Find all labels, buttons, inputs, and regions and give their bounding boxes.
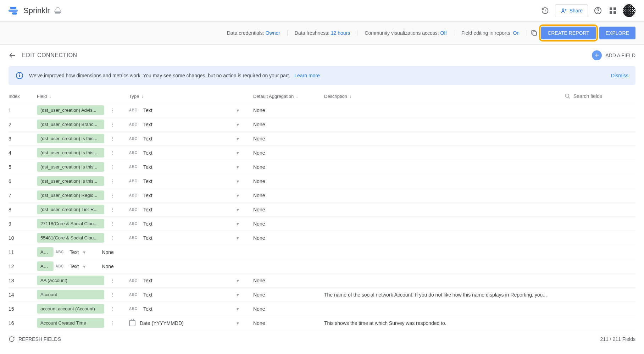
row-aggregation[interactable]: None [253, 207, 324, 212]
row-field[interactable]: (dst_user_creation) Is this...⋮ [37, 162, 129, 172]
row-aggregation[interactable]: None [253, 107, 324, 113]
more-vert-icon[interactable]: ⋮ [47, 249, 52, 255]
user-avatar[interactable] [623, 4, 635, 17]
history-icon[interactable] [540, 6, 550, 16]
col-field[interactable]: Field↓ [37, 94, 129, 99]
dropdown-icon[interactable]: ▾ [237, 107, 239, 113]
dropdown-icon[interactable]: ▾ [237, 320, 239, 326]
table-row[interactable]: 1(dst_user_creation) Advis...⋮ABCText▾No… [9, 103, 635, 117]
field-chip[interactable]: (dst_user_creation) Advis... [37, 105, 104, 115]
community-visualizations[interactable]: Community visualizations access: Off [357, 30, 454, 36]
more-vert-icon[interactable]: ⋮ [110, 150, 115, 156]
more-vert-icon[interactable]: ⋮ [110, 292, 115, 298]
field-chip[interactable]: (dst_user_creation) Is this... [37, 134, 104, 143]
row-aggregation[interactable]: None [253, 235, 324, 241]
row-type[interactable]: ABCText▾ [129, 122, 253, 127]
drive-icon[interactable] [54, 7, 61, 14]
table-row[interactable]: 3(dst_user_creation) Is this...⋮ABCText▾… [9, 132, 635, 146]
table-row[interactable]: 7(dst_user_creation) Regio...⋮ABCText▾No… [9, 188, 635, 203]
col-index[interactable]: Index [9, 94, 37, 99]
table-row[interactable]: 16Account Created Time⋮Date (YYYYMMDD)▾N… [9, 316, 635, 330]
row-field[interactable]: A⋮ABCText▾None [37, 247, 129, 257]
field-chip[interactable]: (dst_user_creation) Tier R... [37, 205, 104, 214]
search-fields[interactable] [565, 93, 635, 99]
row-aggregation[interactable]: None [253, 278, 324, 283]
help-icon[interactable] [593, 6, 603, 16]
row-type[interactable]: Date (YYYYMMDD)▾ [129, 320, 253, 326]
dropdown-icon[interactable]: ▾ [237, 164, 239, 170]
row-type[interactable]: ABCText▾ [56, 249, 100, 255]
row-aggregation[interactable]: None [253, 178, 324, 184]
field-editing[interactable]: Field editing in reports: On [454, 30, 527, 36]
dropdown-icon[interactable]: ▾ [83, 249, 85, 255]
row-aggregation[interactable]: None [253, 320, 324, 326]
row-type[interactable]: ABCText▾ [56, 264, 100, 269]
col-aggregation[interactable]: Default Aggregation↓ [253, 94, 324, 99]
row-field[interactable]: account account (Account)⋮ [37, 304, 129, 314]
table-row[interactable]: 1055481(Core & Social Clou...⋮ABCText▾No… [9, 231, 635, 245]
row-type[interactable]: ABCText▾ [129, 235, 253, 241]
row-type[interactable]: ABCText▾ [129, 207, 253, 212]
row-field[interactable]: A⋮ABCText▾NoneThe name of a Custom Prope… [37, 261, 129, 271]
row-field[interactable]: (dst_user_creation) Is this...⋮ [37, 148, 129, 157]
row-type[interactable]: ABCText▾ [129, 107, 253, 113]
row-field[interactable]: (dst_user_creation) Branc...⋮ [37, 120, 129, 129]
row-field[interactable]: Account Created Time⋮ [37, 318, 129, 328]
row-aggregation[interactable]: None [253, 164, 324, 170]
more-vert-icon[interactable]: ⋮ [110, 107, 115, 113]
field-chip[interactable]: A⋮ [37, 261, 54, 271]
more-vert-icon[interactable]: ⋮ [110, 207, 115, 212]
row-type[interactable]: ABCText▾ [129, 306, 253, 312]
more-vert-icon[interactable]: ⋮ [110, 235, 115, 241]
dropdown-icon[interactable]: ▾ [237, 306, 239, 312]
table-row[interactable]: 12A⋮ABCText▾NoneThe name of a Custom Pro… [9, 259, 635, 273]
dropdown-icon[interactable]: ▾ [237, 150, 239, 156]
field-chip[interactable]: Account [37, 290, 104, 299]
row-field[interactable]: (dst_user_creation) Is this...⋮ [37, 134, 129, 143]
data-freshness[interactable]: Data freshness: 12 hours [288, 30, 357, 36]
dropdown-icon[interactable]: ▾ [237, 136, 239, 142]
row-field[interactable]: Account⋮ [37, 290, 129, 299]
table-row[interactable]: 4(dst_user_creation) Is this...⋮ABCText▾… [9, 146, 635, 160]
back-arrow-icon[interactable] [9, 51, 16, 59]
table-row[interactable]: 14Account⋮ABCText▾NoneThe name of the so… [9, 288, 635, 302]
dropdown-icon[interactable]: ▾ [237, 193, 239, 198]
row-field[interactable]: (dst_user_creation) Regio...⋮ [37, 190, 129, 200]
row-aggregation[interactable]: None [253, 122, 324, 127]
row-aggregation[interactable]: None [102, 264, 113, 269]
row-aggregation[interactable]: None [253, 150, 324, 156]
field-chip[interactable]: (dst_user_creation) Is this... [37, 148, 104, 157]
field-chip[interactable]: 55481(Core & Social Clou... [37, 233, 104, 243]
share-button[interactable]: Share [555, 4, 588, 17]
more-vert-icon[interactable]: ⋮ [110, 193, 115, 198]
dropdown-icon[interactable]: ▾ [237, 122, 239, 127]
table-row[interactable]: 8(dst_user_creation) Tier R...⋮ABCText▾N… [9, 203, 635, 217]
field-chip[interactable]: (dst_user_creation) Is this... [37, 176, 104, 186]
row-aggregation[interactable]: None [253, 221, 324, 227]
dismiss-button[interactable]: Dismiss [611, 73, 628, 78]
field-chip[interactable]: account account (Account) [37, 304, 104, 314]
field-chip[interactable]: A⋮ [37, 247, 54, 257]
more-vert-icon[interactable]: ⋮ [110, 164, 115, 170]
row-type[interactable]: ABCText▾ [129, 193, 253, 198]
row-aggregation[interactable]: None [102, 249, 113, 255]
dropdown-icon[interactable]: ▾ [237, 292, 239, 298]
row-type[interactable]: ABCText▾ [129, 164, 253, 170]
row-type[interactable]: ABCText▾ [129, 278, 253, 283]
table-row[interactable]: 13AA (Account)⋮ABCText▾None [9, 273, 635, 288]
table-row[interactable]: 927118(Core & Social Clou...⋮ABCText▾Non… [9, 217, 635, 231]
learn-more-link[interactable]: Learn more [294, 73, 320, 78]
row-field[interactable]: AA (Account)⋮ [37, 276, 129, 285]
col-type[interactable]: Type↓ [129, 94, 253, 99]
row-aggregation[interactable]: None [253, 292, 324, 298]
dropdown-icon[interactable]: ▾ [237, 207, 239, 212]
row-type[interactable]: ABCText▾ [129, 221, 253, 227]
row-type[interactable]: ABCText▾ [129, 136, 253, 142]
data-credentials[interactable]: Data credentials: Owner [220, 30, 288, 36]
table-row[interactable]: 5(dst_user_creation) Is this...⋮ABCText▾… [9, 160, 635, 174]
copy-icon[interactable] [531, 29, 538, 37]
row-field[interactable]: 55481(Core & Social Clou...⋮ [37, 233, 129, 243]
row-aggregation[interactable]: None [253, 136, 324, 142]
row-type[interactable]: ABCText▾ [129, 150, 253, 156]
row-type[interactable]: ABCText▾ [129, 178, 253, 184]
